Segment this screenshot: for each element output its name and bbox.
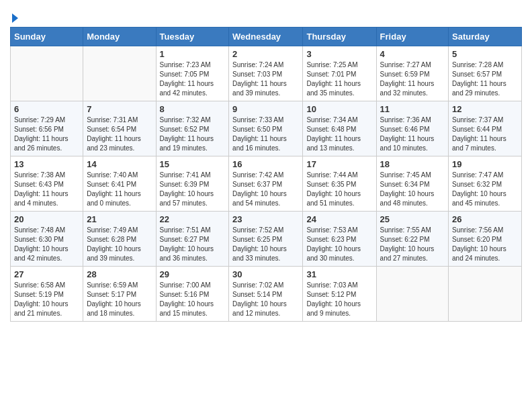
calendar-cell: 18Sunrise: 7:45 AM Sunset: 6:34 PM Dayli… [376, 156, 448, 212]
day-number: 12 [452, 104, 518, 114]
day-number: 21 [87, 214, 152, 224]
calendar-cell: 13Sunrise: 7:38 AM Sunset: 6:43 PM Dayli… [11, 156, 83, 212]
day-info: Sunrise: 7:28 AM Sunset: 6:57 PM Dayligh… [452, 60, 518, 98]
day-number: 15 [160, 159, 226, 169]
calendar-cell: 2Sunrise: 7:24 AM Sunset: 7:03 PM Daylig… [229, 46, 303, 101]
day-number: 6 [14, 104, 79, 114]
day-info: Sunrise: 7:02 AM Sunset: 5:14 PM Dayligh… [232, 281, 299, 318]
calendar-cell: 15Sunrise: 7:41 AM Sunset: 6:39 PM Dayli… [156, 156, 229, 212]
day-info: Sunrise: 7:41 AM Sunset: 6:39 PM Dayligh… [160, 171, 226, 208]
day-info: Sunrise: 7:56 AM Sunset: 6:20 PM Dayligh… [452, 226, 518, 263]
weekday-header-saturday: Saturday [449, 28, 522, 46]
calendar-cell: 20Sunrise: 7:48 AM Sunset: 6:30 PM Dayli… [11, 212, 83, 267]
day-number: 14 [87, 159, 152, 169]
day-info: Sunrise: 7:00 AM Sunset: 5:16 PM Dayligh… [160, 281, 226, 318]
day-number: 28 [87, 269, 152, 279]
day-number: 7 [87, 104, 152, 114]
calendar-cell: 3Sunrise: 7:25 AM Sunset: 7:01 PM Daylig… [303, 46, 376, 101]
calendar-cell: 17Sunrise: 7:44 AM Sunset: 6:35 PM Dayli… [303, 156, 376, 212]
day-number: 13 [14, 159, 79, 169]
day-info: Sunrise: 7:48 AM Sunset: 6:30 PM Dayligh… [14, 226, 79, 263]
day-info: Sunrise: 7:38 AM Sunset: 6:43 PM Dayligh… [14, 171, 79, 208]
calendar-cell: 19Sunrise: 7:47 AM Sunset: 6:32 PM Dayli… [449, 156, 522, 212]
calendar: SundayMondayTuesdayWednesdayThursdayFrid… [10, 27, 522, 322]
logo-arrow-icon [12, 13, 18, 23]
calendar-cell [83, 46, 156, 101]
day-info: Sunrise: 7:27 AM Sunset: 6:59 PM Dayligh… [380, 60, 445, 98]
day-info: Sunrise: 7:51 AM Sunset: 6:27 PM Dayligh… [160, 226, 226, 263]
calendar-cell [449, 267, 522, 322]
day-info: Sunrise: 7:34 AM Sunset: 6:48 PM Dayligh… [306, 116, 372, 153]
day-info: Sunrise: 7:49 AM Sunset: 6:28 PM Dayligh… [87, 226, 152, 263]
day-number: 24 [306, 214, 372, 224]
calendar-cell: 12Sunrise: 7:37 AM Sunset: 6:44 PM Dayli… [449, 101, 522, 156]
calendar-cell: 6Sunrise: 7:29 AM Sunset: 6:56 PM Daylig… [11, 101, 83, 156]
day-number: 31 [306, 269, 372, 279]
calendar-cell: 30Sunrise: 7:02 AM Sunset: 5:14 PM Dayli… [229, 267, 303, 322]
day-number: 19 [452, 159, 518, 169]
weekday-header-friday: Friday [376, 28, 448, 46]
day-number: 27 [14, 269, 79, 279]
calendar-cell: 8Sunrise: 7:32 AM Sunset: 6:52 PM Daylig… [156, 101, 229, 156]
day-number: 4 [380, 49, 445, 59]
day-number: 22 [160, 214, 226, 224]
day-info: Sunrise: 7:31 AM Sunset: 6:54 PM Dayligh… [87, 116, 152, 153]
calendar-cell: 10Sunrise: 7:34 AM Sunset: 6:48 PM Dayli… [303, 101, 376, 156]
day-info: Sunrise: 7:37 AM Sunset: 6:44 PM Dayligh… [452, 116, 518, 153]
day-number: 17 [306, 159, 372, 169]
day-info: Sunrise: 7:25 AM Sunset: 7:01 PM Dayligh… [306, 60, 372, 98]
day-number: 16 [232, 159, 299, 169]
day-number: 11 [380, 104, 445, 114]
calendar-cell: 31Sunrise: 7:03 AM Sunset: 5:12 PM Dayli… [303, 267, 376, 322]
calendar-cell: 27Sunrise: 6:58 AM Sunset: 5:19 PM Dayli… [11, 267, 83, 322]
day-info: Sunrise: 7:53 AM Sunset: 6:23 PM Dayligh… [306, 226, 372, 263]
calendar-cell: 5Sunrise: 7:28 AM Sunset: 6:57 PM Daylig… [449, 46, 522, 101]
calendar-cell [376, 267, 448, 322]
header [10, 7, 522, 23]
calendar-cell: 29Sunrise: 7:00 AM Sunset: 5:16 PM Dayli… [156, 267, 229, 322]
day-number: 29 [160, 269, 226, 279]
day-number: 3 [306, 49, 372, 59]
calendar-cell [11, 46, 83, 101]
weekday-header-thursday: Thursday [303, 28, 376, 46]
day-info: Sunrise: 7:45 AM Sunset: 6:34 PM Dayligh… [380, 171, 445, 208]
calendar-cell: 9Sunrise: 7:33 AM Sunset: 6:50 PM Daylig… [229, 101, 303, 156]
weekday-header-sunday: Sunday [11, 28, 83, 46]
weekday-header-wednesday: Wednesday [229, 28, 303, 46]
day-info: Sunrise: 7:03 AM Sunset: 5:12 PM Dayligh… [306, 281, 372, 318]
day-info: Sunrise: 7:52 AM Sunset: 6:25 PM Dayligh… [232, 226, 299, 263]
calendar-cell: 7Sunrise: 7:31 AM Sunset: 6:54 PM Daylig… [83, 101, 156, 156]
day-info: Sunrise: 7:47 AM Sunset: 6:32 PM Dayligh… [452, 171, 518, 208]
day-number: 30 [232, 269, 299, 279]
calendar-cell: 21Sunrise: 7:49 AM Sunset: 6:28 PM Dayli… [83, 212, 156, 267]
weekday-header-monday: Monday [83, 28, 156, 46]
day-info: Sunrise: 7:44 AM Sunset: 6:35 PM Dayligh… [306, 171, 372, 208]
day-number: 23 [232, 214, 299, 224]
calendar-cell: 25Sunrise: 7:55 AM Sunset: 6:22 PM Dayli… [376, 212, 448, 267]
day-number: 2 [232, 49, 299, 59]
week-row-5: 27Sunrise: 6:58 AM Sunset: 5:19 PM Dayli… [11, 267, 522, 322]
day-number: 9 [232, 104, 299, 114]
day-info: Sunrise: 7:29 AM Sunset: 6:56 PM Dayligh… [14, 116, 79, 153]
day-number: 20 [14, 214, 79, 224]
calendar-cell: 24Sunrise: 7:53 AM Sunset: 6:23 PM Dayli… [303, 212, 376, 267]
day-info: Sunrise: 6:59 AM Sunset: 5:17 PM Dayligh… [87, 281, 152, 318]
week-row-2: 6Sunrise: 7:29 AM Sunset: 6:56 PM Daylig… [11, 101, 522, 156]
calendar-cell: 22Sunrise: 7:51 AM Sunset: 6:27 PM Dayli… [156, 212, 229, 267]
calendar-cell: 1Sunrise: 7:23 AM Sunset: 7:05 PM Daylig… [156, 46, 229, 101]
day-info: Sunrise: 7:42 AM Sunset: 6:37 PM Dayligh… [232, 171, 299, 208]
day-number: 1 [160, 49, 226, 59]
day-number: 18 [380, 159, 445, 169]
calendar-cell: 14Sunrise: 7:40 AM Sunset: 6:41 PM Dayli… [83, 156, 156, 212]
day-info: Sunrise: 7:33 AM Sunset: 6:50 PM Dayligh… [232, 116, 299, 153]
calendar-cell: 4Sunrise: 7:27 AM Sunset: 6:59 PM Daylig… [376, 46, 448, 101]
day-info: Sunrise: 7:32 AM Sunset: 6:52 PM Dayligh… [160, 116, 226, 153]
day-info: Sunrise: 6:58 AM Sunset: 5:19 PM Dayligh… [14, 281, 79, 318]
day-number: 10 [306, 104, 372, 114]
day-number: 26 [452, 214, 518, 224]
day-info: Sunrise: 7:36 AM Sunset: 6:46 PM Dayligh… [380, 116, 445, 153]
week-row-3: 13Sunrise: 7:38 AM Sunset: 6:43 PM Dayli… [11, 156, 522, 212]
day-number: 8 [160, 104, 226, 114]
day-info: Sunrise: 7:40 AM Sunset: 6:41 PM Dayligh… [87, 171, 152, 208]
calendar-cell: 26Sunrise: 7:56 AM Sunset: 6:20 PM Dayli… [449, 212, 522, 267]
